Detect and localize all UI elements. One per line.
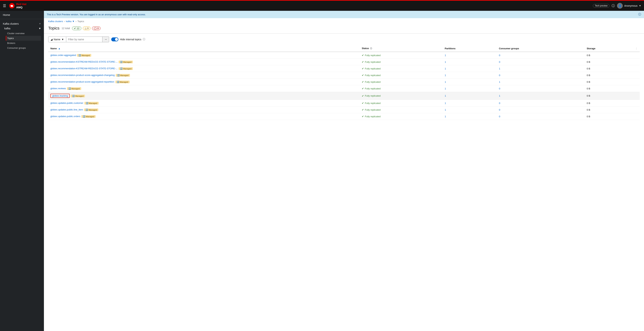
cell-status: ✔Fully replicated xyxy=(360,72,442,79)
sidebar-item-consumer-groups[interactable]: Consumer groups xyxy=(6,45,41,50)
toggle-wrapper: Hide internal topics ⓘ xyxy=(111,37,145,41)
sidebar-item-brokers[interactable]: Brokers xyxy=(6,41,41,45)
check-icon: ✔ xyxy=(362,94,364,97)
toggle-help-icon[interactable]: ⓘ xyxy=(143,38,145,41)
user-menu[interactable]: 👤 Anonymous ▼ xyxy=(617,3,641,9)
topic-name-link[interactable]: globex.tracking xyxy=(50,94,70,98)
partitions-link[interactable]: 1 xyxy=(445,67,446,70)
partitions-link[interactable]: 1 xyxy=(445,54,446,57)
cell-storage: 0 B xyxy=(584,52,640,59)
hide-internal-toggle[interactable] xyxy=(111,37,118,41)
partitions-link[interactable]: 1 xyxy=(445,94,446,97)
brand-name: Red Hat AMQ xyxy=(16,2,26,9)
col-consumer-groups: Consumer groups xyxy=(497,45,584,52)
status-ok: ✔Fully replicated xyxy=(362,60,440,63)
topic-name-link[interactable]: globex.updates.public.orders xyxy=(50,115,80,118)
cell-consumer-groups: 1 xyxy=(497,65,584,72)
consumer-groups-link[interactable]: 0 xyxy=(499,108,500,111)
consumer-groups-link[interactable]: 1 xyxy=(499,81,500,83)
cell-storage: 0 B xyxy=(584,65,640,72)
topic-name-link[interactable]: globex.recommendation-product-score-aggr… xyxy=(50,80,114,83)
check-icon: ✔ xyxy=(362,80,364,83)
managed-badge: 🆕 Managed xyxy=(81,115,96,118)
sidebar-item-topics[interactable]: Topics xyxy=(6,36,41,41)
status-ok: ✔Fully replicated xyxy=(362,94,440,97)
consumer-groups-link[interactable]: 0 xyxy=(499,87,500,90)
partitions-link[interactable]: 1 xyxy=(445,102,446,104)
chevron-down-icon: ▼ xyxy=(38,27,41,30)
consumer-groups-link[interactable]: 1 xyxy=(499,67,500,70)
partitions-link[interactable]: 1 xyxy=(445,108,446,111)
table-row[interactable]: globex.updates.public.orders🆕 Managed✔Fu… xyxy=(48,113,640,120)
page-title: Topics xyxy=(48,26,60,30)
cell-name: globex.recommendation-product-score-aggr… xyxy=(48,79,360,85)
managed-icon: 🆕 xyxy=(117,81,119,83)
table-row[interactable]: globex.reviews🆕 Managed✔Fully replicated… xyxy=(48,85,640,92)
status-ok: ✔Fully replicated xyxy=(362,80,440,83)
partitions-link[interactable]: 1 xyxy=(445,61,446,63)
topic-name-link[interactable]: globex.updates.public.customer xyxy=(50,102,83,104)
consumer-groups-link[interactable]: 0 xyxy=(499,61,500,63)
topic-name-link[interactable]: globex.order-aggregated xyxy=(50,54,76,56)
table-row[interactable]: globex.order-aggregated🆕 Managed✔Fully r… xyxy=(48,52,640,59)
brand-redhat: Red Hat xyxy=(16,2,26,6)
consumer-groups-link[interactable]: 0 xyxy=(499,115,500,118)
table-header: Name ▲ Status ⓘ Partitions Consumer grou… xyxy=(48,45,640,52)
hamburger-menu[interactable]: ☰ xyxy=(3,3,6,8)
partitions-link[interactable]: 1 xyxy=(445,74,446,77)
main-layout: Home Kafka clusters ▼ kafka ▼ Cluster ov… xyxy=(0,11,644,331)
table-row[interactable]: globex.recommendation-product-score-aggr… xyxy=(48,72,640,79)
managed-icon: 🆕 xyxy=(120,61,122,63)
table-row[interactable]: globex.updates.public.line_item🆕 Managed… xyxy=(48,106,640,113)
cell-storage: 0 B xyxy=(584,106,640,113)
cell-consumer-groups: 0 xyxy=(497,72,584,79)
cell-partitions: 1 xyxy=(442,106,497,113)
consumer-groups-link[interactable]: 1 xyxy=(499,94,500,97)
sidebar-item-cluster-overview[interactable]: Cluster overview xyxy=(6,31,41,36)
breadcrumb-kafka-clusters[interactable]: Kafka clusters xyxy=(48,20,63,23)
cell-name: globex.updates.public.line_item🆕 Managed xyxy=(48,106,360,113)
topic-name-link[interactable]: globex.recommendation-product-score-aggr… xyxy=(50,74,115,76)
main-content: This is a Tech Preview version. You are … xyxy=(44,11,644,331)
filter-type-button[interactable]: ◢ Name ▼ xyxy=(48,37,66,42)
cell-partitions: 1 xyxy=(442,100,497,106)
status-info-icon[interactable]: ⓘ xyxy=(370,47,372,49)
table-row[interactable]: globex.tracking🆕 Managed✔Fully replicate… xyxy=(48,92,640,100)
filter-submit-button[interactable]: → xyxy=(102,37,109,42)
help-icon[interactable]: ⓘ xyxy=(612,3,615,8)
sidebar-section-kafka-clusters[interactable]: Kafka clusters ▼ xyxy=(3,21,41,26)
check-icon: ✔ xyxy=(362,108,364,111)
consumer-groups-link[interactable]: 0 xyxy=(499,74,500,77)
resize-handle[interactable]: ⋮ xyxy=(635,47,638,50)
check-icon: ✔ xyxy=(362,67,364,70)
error-icon: ◯ xyxy=(94,27,97,30)
sort-icon[interactable]: ▲ xyxy=(58,47,60,50)
managed-badge: 🆕 Managed xyxy=(84,108,98,111)
table-row[interactable]: globex.recommendation-KSTREAM-REDUCE-STA… xyxy=(48,65,640,72)
topic-name-link[interactable]: globex.recommendation-KSTREAM-REDUCE-STA… xyxy=(50,60,118,63)
sidebar-item-home[interactable]: Home xyxy=(0,11,44,19)
partitions-link[interactable]: 1 xyxy=(445,81,446,83)
breadcrumb-kafka[interactable]: kafka ▼ xyxy=(66,20,74,23)
table-row[interactable]: globex.updates.public.customer🆕 Managed✔… xyxy=(48,100,640,106)
cell-name: globex.updates.public.orders🆕 Managed xyxy=(48,113,360,120)
cell-partitions: 1 xyxy=(442,72,497,79)
cell-partitions: 1 xyxy=(442,92,497,100)
consumer-groups-link[interactable]: 0 xyxy=(499,102,500,104)
cell-storage: 0 B xyxy=(584,92,640,100)
breadcrumb-kafka-link[interactable]: kafka xyxy=(66,20,72,23)
search-input[interactable] xyxy=(66,37,102,42)
check-icon: ✔ xyxy=(362,87,364,90)
topic-name-link[interactable]: globex.recommendation-KSTREAM-REDUCE-STA… xyxy=(50,67,118,70)
topic-name-link[interactable]: globex.reviews xyxy=(50,87,66,90)
topic-name-link[interactable]: globex.updates.public.line_item xyxy=(50,108,83,111)
sidebar-item-kafka[interactable]: kafka ▼ xyxy=(3,26,41,31)
nav-right: Tech preview ⓘ 👤 Anonymous ▼ xyxy=(593,3,641,9)
cell-name: globex.reviews🆕 Managed xyxy=(48,85,360,92)
table-row[interactable]: globex.recommendation-product-score-aggr… xyxy=(48,79,640,85)
table-row[interactable]: globex.recommendation-KSTREAM-REDUCE-STA… xyxy=(48,59,640,65)
cell-consumer-groups: 0 xyxy=(497,52,584,59)
partitions-link[interactable]: 1 xyxy=(445,87,446,90)
partitions-link[interactable]: 1 xyxy=(445,115,446,118)
consumer-groups-link[interactable]: 0 xyxy=(499,54,500,57)
